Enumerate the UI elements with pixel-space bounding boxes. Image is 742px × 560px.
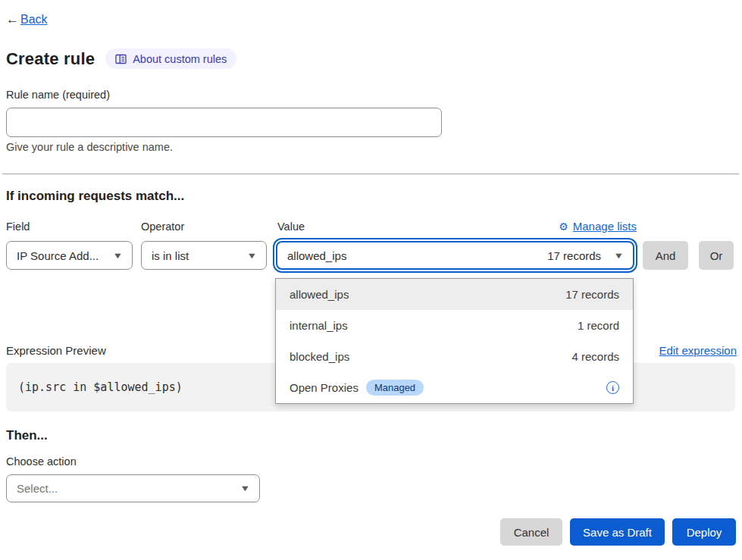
list-name: Open Proxies xyxy=(290,381,358,394)
deploy-button[interactable]: Deploy xyxy=(672,518,736,546)
dropdown-item-blocked-ips[interactable]: blocked_ips 4 records xyxy=(276,341,633,372)
rule-name-label: Rule name (required) xyxy=(6,89,110,101)
value-select-name: allowed_ips xyxy=(287,249,547,262)
back-link[interactable]: ← Back xyxy=(6,12,48,27)
list-name: blocked_ips xyxy=(290,350,349,363)
field-label: Field xyxy=(6,221,30,233)
edit-expression-link[interactable]: Edit expression xyxy=(659,344,737,357)
title-row: Create rule About custom rules xyxy=(6,48,236,69)
expression-code: (ip.src in $allowed_ips) xyxy=(18,380,183,394)
value-dropdown-menu: allowed_ips 17 records internal_ips 1 re… xyxy=(275,278,634,404)
rule-name-helper: Give your rule a descriptive name. xyxy=(6,141,173,153)
expression-preview-label: Expression Preview xyxy=(6,344,106,357)
or-button[interactable]: Or xyxy=(699,241,734,270)
managed-badge: Managed xyxy=(366,380,424,396)
list-name: internal_ips xyxy=(290,319,578,332)
choose-action-label: Choose action xyxy=(6,455,77,468)
manage-lists-link[interactable]: ⚙ Manage lists xyxy=(559,220,637,233)
dropdown-item-open-proxies[interactable]: Open Proxies Managed i xyxy=(276,372,633,403)
action-select[interactable]: Select... ▼ xyxy=(6,474,260,502)
create-rule-page: ← Back Create rule About custom rules Ru… xyxy=(0,0,742,560)
value-select-count: 17 records xyxy=(547,249,601,262)
match-section-heading: If incoming requests match... xyxy=(6,189,184,204)
about-custom-rules-link[interactable]: About custom rules xyxy=(105,48,236,69)
field-select[interactable]: IP Source Add... ▼ xyxy=(6,241,133,270)
operator-select[interactable]: is in list ▼ xyxy=(141,241,267,270)
action-select-placeholder: Select... xyxy=(17,482,241,495)
value-label: Value xyxy=(277,221,305,233)
chevron-down-icon: ▼ xyxy=(246,252,257,260)
book-icon xyxy=(115,54,127,64)
section-divider xyxy=(2,174,739,174)
back-link-label[interactable]: Back xyxy=(20,13,48,27)
rule-name-input[interactable] xyxy=(6,108,442,137)
field-select-value: IP Source Add... xyxy=(17,249,114,262)
list-count: 17 records xyxy=(565,288,619,301)
cancel-button[interactable]: Cancel xyxy=(500,518,562,546)
list-count: 4 records xyxy=(571,350,619,363)
chevron-down-icon: ▼ xyxy=(613,252,624,260)
info-icon[interactable]: i xyxy=(606,381,619,394)
list-name: allowed_ips xyxy=(290,288,565,301)
operator-select-value: is in list xyxy=(152,249,248,262)
operator-label: Operator xyxy=(141,221,184,233)
back-arrow-icon: ← xyxy=(6,12,19,27)
chevron-down-icon: ▼ xyxy=(112,252,123,260)
save-as-draft-button[interactable]: Save as Draft xyxy=(570,518,665,546)
and-button[interactable]: And xyxy=(643,241,688,270)
dropdown-item-allowed-ips[interactable]: allowed_ips 17 records xyxy=(276,279,633,310)
then-section-heading: Then... xyxy=(6,428,48,443)
manage-lists-label[interactable]: Manage lists xyxy=(573,220,637,233)
about-link-label: About custom rules xyxy=(133,53,227,65)
list-count: 1 record xyxy=(578,319,619,332)
page-title: Create rule xyxy=(6,49,95,69)
dropdown-item-internal-ips[interactable]: internal_ips 1 record xyxy=(276,310,633,341)
chevron-down-icon: ▼ xyxy=(240,484,250,493)
value-select[interactable]: allowed_ips 17 records ▼ xyxy=(276,241,634,270)
gear-icon: ⚙ xyxy=(559,221,568,233)
